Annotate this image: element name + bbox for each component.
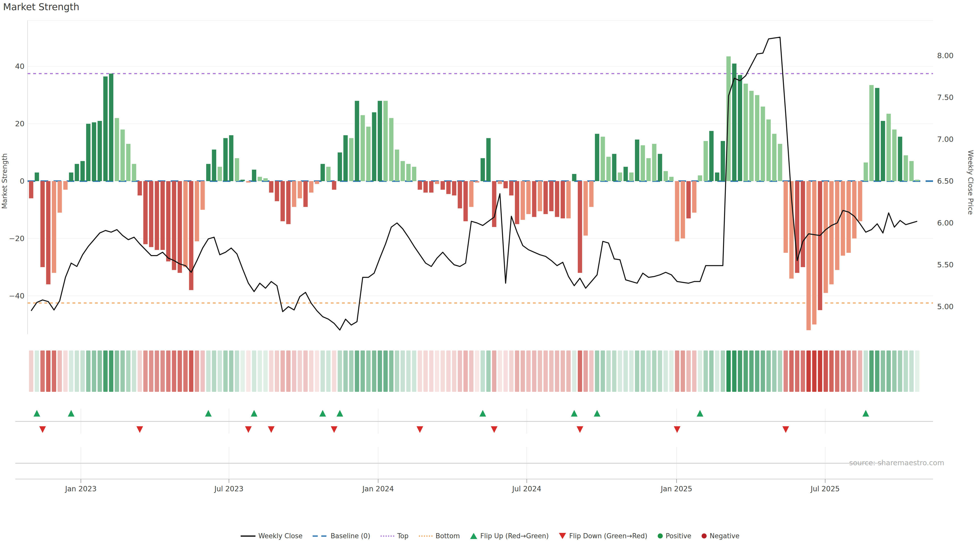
legend-label: Flip Down (Green→Red) — [569, 532, 647, 540]
strength-bar — [103, 76, 108, 181]
heatmap-cell — [69, 351, 73, 392]
heatmap-cell — [612, 351, 616, 392]
heatmap-cell — [875, 351, 880, 392]
heatmap-cell — [155, 351, 159, 392]
heatmap-cell — [658, 351, 662, 392]
heatmap-cell — [40, 351, 45, 392]
heatmap-cell — [321, 351, 325, 392]
strength-bar — [29, 181, 33, 198]
flip-down-marker — [417, 426, 423, 433]
strength-bar — [458, 181, 462, 208]
heatmap-cell — [721, 351, 725, 392]
strength-bar — [138, 181, 142, 195]
heatmap-cell — [538, 351, 542, 392]
flip-up-marker — [319, 410, 326, 416]
heatmap-cell — [778, 351, 782, 392]
flip-up-marker — [251, 410, 258, 416]
strength-bar — [904, 156, 908, 181]
flip-down-marker — [268, 426, 275, 433]
heatmap-cell — [726, 351, 731, 392]
x-tick-label: Jan 2025 — [660, 485, 692, 493]
heatmap-cell — [212, 351, 216, 392]
flip-up-marker — [33, 410, 40, 416]
strength-bar — [383, 101, 388, 181]
strength-bar — [641, 145, 645, 181]
heatmap-cell — [435, 351, 439, 392]
flip-down-marker — [137, 426, 143, 433]
strength-bar — [852, 181, 856, 238]
strength-bar — [783, 181, 788, 253]
strength-bar — [263, 178, 268, 181]
heatmap-cell — [824, 351, 828, 392]
strength-bar — [898, 137, 902, 181]
heatmap-cell — [372, 351, 376, 392]
heatmap-cell — [349, 351, 353, 392]
legend-item: Positive — [658, 532, 691, 540]
strength-bar — [692, 181, 697, 213]
strength-bar — [561, 181, 565, 218]
strength-bar — [463, 181, 468, 221]
heatmap-cell — [487, 351, 491, 392]
heatmap-cell — [618, 351, 622, 392]
flip-down-marker — [674, 426, 680, 433]
strength-bar — [681, 181, 685, 238]
strength-bar — [361, 115, 365, 181]
heatmap-cell — [549, 351, 554, 392]
strength-bar — [172, 181, 177, 270]
tri-down-icon — [559, 533, 566, 539]
strength-bar — [635, 140, 639, 181]
strength-bar — [423, 181, 428, 192]
strength-bar — [578, 181, 582, 273]
heatmap-cell — [195, 351, 199, 392]
heatmap-cell — [744, 351, 748, 392]
strength-bar — [366, 127, 371, 181]
heatmap-cell — [904, 351, 908, 392]
strength-bar — [286, 181, 291, 224]
dotted-top-icon — [380, 535, 394, 537]
strength-bar — [818, 181, 822, 310]
y-tick-label-left: 0 — [20, 177, 24, 186]
heatmap-cell — [378, 351, 382, 392]
strength-bar — [212, 149, 216, 181]
heatmap-cell — [75, 351, 79, 392]
strength-bar — [475, 181, 479, 183]
strength-bar — [755, 95, 759, 181]
strength-bar — [166, 181, 170, 262]
y-tick-label-right: 7.00 — [937, 135, 954, 144]
strength-bar — [744, 84, 748, 181]
y-tick-label-right: 5.00 — [937, 302, 954, 311]
strength-bar — [121, 130, 125, 181]
heatmap-cell — [446, 351, 451, 392]
strength-bar — [401, 161, 405, 181]
heatmap-cell — [852, 351, 856, 392]
heatmap-cell — [401, 351, 405, 392]
heatmap-cell — [149, 351, 153, 392]
heatmap-cell — [344, 351, 348, 392]
strength-bar — [223, 138, 228, 181]
dot-pos-icon — [658, 534, 663, 538]
strength-bar — [566, 181, 571, 218]
strength-bar — [86, 124, 91, 181]
strength-bar — [515, 181, 519, 224]
strength-bar — [801, 181, 805, 267]
strength-bar — [275, 181, 279, 201]
strength-bar — [126, 144, 130, 181]
heatmap-cell — [480, 351, 485, 392]
heatmap-cell — [772, 351, 776, 392]
heatmap-cell — [915, 351, 920, 392]
heatmap-cell — [332, 351, 336, 392]
strength-bar — [315, 181, 319, 184]
strength-bar — [418, 181, 422, 190]
strength-bar — [183, 181, 188, 267]
heatmap-cell — [406, 351, 410, 392]
strength-bar — [675, 181, 679, 241]
heatmap-cell — [126, 351, 130, 392]
strength-bar — [161, 181, 165, 250]
strength-bar — [35, 172, 39, 181]
strength-bar — [218, 167, 222, 181]
heatmap-cell — [132, 351, 136, 392]
heatmap-cell — [463, 351, 468, 392]
strength-bar — [304, 181, 308, 207]
strength-bar — [858, 181, 862, 221]
heatmap-cell — [115, 351, 119, 392]
